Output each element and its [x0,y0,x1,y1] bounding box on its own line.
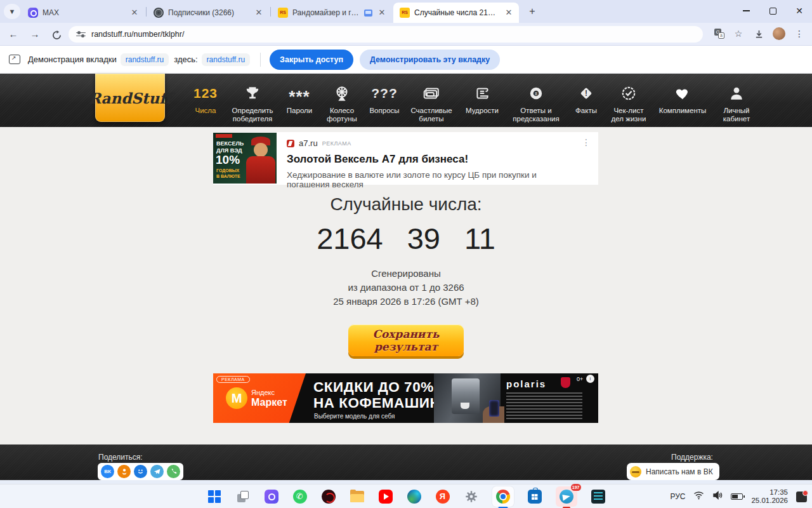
nav-item-account[interactable]: Личный кабинет [716,83,757,123]
nav-label: Колесо фортуны [322,107,362,123]
tab-close-icon[interactable]: ✕ [254,8,264,18]
numbers-123-icon: 123 [193,83,218,104]
nav-item-pick-winner[interactable]: Определить победителя [228,83,277,123]
tab-max[interactable]: MAX ✕ [22,3,145,23]
reload-button[interactable] [49,27,63,41]
store-app-icon[interactable] [527,489,542,504]
yandex-browser-icon[interactable]: Я [435,489,450,504]
tab-close-icon[interactable]: ✕ [504,8,514,18]
telegram-icon[interactable] [150,465,164,478]
target-site-link[interactable]: randstuff.ru [202,53,250,66]
bookmark-star-icon[interactable]: ☆ [732,27,745,40]
asterisks-icon: *** [289,83,310,104]
window-minimize-button[interactable] [733,0,759,22]
nav-label: Комплименты [659,107,707,115]
wifi-icon[interactable] [693,491,704,502]
file-explorer-icon[interactable] [350,489,365,504]
list-app-icon[interactable] [591,489,606,504]
tab-subscribers[interactable]: Подписчики (3266) ✕ [147,3,269,23]
tab-randomizer[interactable]: RS Рандомайзер и генератор ✕ [272,3,392,23]
start-button[interactable] [207,489,222,504]
nav-item-passwords[interactable]: *** Пароли [283,83,316,115]
social-share-box: ВК [98,463,183,480]
nav-item-compliments[interactable]: Комплименты [655,83,710,115]
tab-sharing-bar: Демонстрация вкладки randstuff.ru здесь:… [0,46,812,74]
ad-title[interactable]: Золотой Вексель А7 для бизнеса! [287,153,577,166]
youtube-app-icon[interactable] [378,489,393,504]
date-text: 25.01.2026 [751,497,788,505]
share-this-tab-button[interactable]: Демонстрировать эту вкладку [360,50,500,70]
nav-item-wisdom[interactable]: Мудрости [462,83,502,115]
moymir-smiley-icon[interactable] [134,465,147,478]
meta-line: из диапазона от 1 до 3266 [0,281,812,295]
whatsapp-app-icon[interactable] [292,489,308,504]
desktop: ▼ MAX ✕ Подписчики (3266) ✕ RS Рандомайз… [0,0,812,508]
site-navigation: RandStuff 123 Числа Определить победител… [0,74,812,127]
battery-icon[interactable] [731,493,743,500]
nav-label: Мудрости [466,107,499,115]
number-value: 39 [407,221,440,256]
language-indicator[interactable]: РУС [670,492,685,501]
translate-icon[interactable]: Gа [714,29,724,39]
whatsapp-icon[interactable] [167,465,180,478]
tab-random-numbers-active[interactable]: RS Случайные числа 2164 39 11 с ✕ [393,3,519,23]
nav-item-answers-predictions[interactable]: 8 Ответы и предсказания [508,83,564,123]
support-vk-button[interactable]: Написать нам в ВК [627,463,719,480]
chrome-browser-icon[interactable] [492,486,514,507]
nav-item-questions[interactable]: ??? Вопросы [368,83,401,115]
ad-banner-yandex-market[interactable]: РЕКЛАМА M Яндекс Маркет СКИДКИ ДО 70% НА… [213,373,598,423]
edge-browser-icon[interactable] [407,489,422,504]
a7-logo-icon [287,140,294,147]
nav-label: Личный кабинет [716,107,757,123]
ad-menu-dots-icon[interactable]: ⋮ [582,137,591,147]
site-settings-icon[interactable] [76,30,86,39]
max-favicon [28,8,38,18]
nav-label: Определить победителя [228,107,277,123]
back-button[interactable]: ← [6,27,20,41]
nav-item-fortune-wheel[interactable]: Колесо фортуны [322,83,362,123]
tab-title: Рандомайзер и генератор [292,8,360,17]
stop-sharing-button[interactable]: Закрыть доступ [270,50,353,70]
tab-close-icon[interactable]: ✕ [377,8,387,18]
ad-domain: a7.ru [299,138,318,148]
red-media-app-icon[interactable] [321,489,336,504]
randstuff-logo[interactable]: RandStuff [95,74,165,122]
window-close-button[interactable]: ✕ [787,0,812,22]
coffee-machine-photo [434,373,501,423]
randstuff-round-icon [630,466,641,478]
nav-item-life-checklist[interactable]: Чек-лист дел жизни [608,83,649,123]
address-bar[interactable]: randstuff.ru/number/tklphr/ [69,26,703,43]
new-tab-button[interactable]: + [525,5,539,19]
tab-search-chevron-icon[interactable]: ▼ [4,4,20,19]
ad-info-icon[interactable]: i [586,375,594,383]
profile-avatar[interactable] [773,27,785,40]
clock[interactable]: 17:35 25.01.2026 [751,488,788,505]
window-restore-button[interactable] [760,0,785,22]
tab-close-icon[interactable]: ✕ [129,8,140,18]
browser-menu-icon[interactable]: ⋮ [793,27,806,40]
shared-site-link[interactable]: randstuff.ru [121,53,169,66]
svg-text:!: ! [585,89,587,98]
telegram-app-icon[interactable]: 197 [556,486,577,507]
forward-button[interactable]: → [28,27,42,41]
randstuff-favicon: RS [278,8,288,18]
downloads-icon[interactable] [752,27,765,40]
settings-gear-icon[interactable] [464,489,479,504]
nav-item-facts[interactable]: ! Факты [570,83,603,115]
ad-subtitle: Хеджирование в валюте или золоте по курс… [287,170,577,189]
nav-item-numbers[interactable]: 123 Числа [189,83,222,115]
site-footer: Поделиться: ВК Поддержка: Написать нам в… [0,444,812,480]
max-app-icon[interactable] [264,489,279,504]
ad-card-a7[interactable]: ВЕКСЕЛЬ ДЛЯ ВЭД 10% ГОДОВЫХ В ВАЛЮТЕ a7.… [213,132,598,185]
share-label: Поделиться: [98,453,143,462]
ad-creative-image: ВЕКСЕЛЬ ДЛЯ ВЭД 10% ГОДОВЫХ В ВАЛЮТЕ [213,133,277,184]
nav-label: Факты [575,107,597,115]
save-result-button[interactable]: Сохранить результат [348,324,464,356]
vk-icon[interactable]: ВК [101,465,114,478]
volume-icon[interactable] [712,491,723,502]
notification-center-icon[interactable] [796,491,807,502]
ok-icon[interactable] [117,465,131,478]
nav-item-lucky-tickets[interactable]: Счастливые билеты [407,83,456,123]
meta-line: 25 января 2026 в 17:26 (GMT +8) [0,295,812,309]
task-view-button[interactable] [235,489,251,504]
